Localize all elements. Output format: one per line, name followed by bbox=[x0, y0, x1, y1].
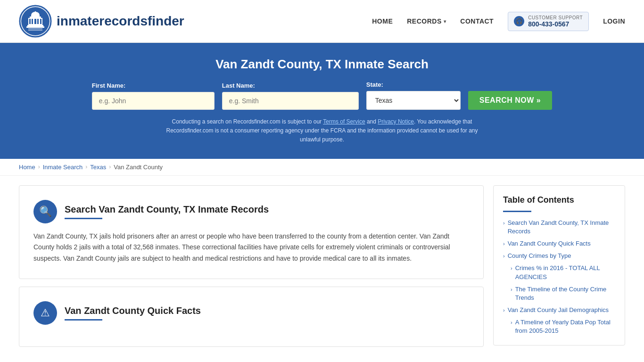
main-content: 🔍 Search Van Zandt County, TX Inmate Rec… bbox=[0, 176, 644, 362]
svg-rect-4 bbox=[30, 16, 41, 18]
breadcrumb: Home › Inmate Search › Texas › Van Zandt… bbox=[0, 159, 644, 176]
hero-section: Van Zandt County, TX Inmate Search First… bbox=[0, 43, 644, 159]
last-name-label: Last Name: bbox=[222, 82, 255, 89]
card-title-facts-wrapper: Van Zandt County Quick Facts bbox=[65, 305, 201, 321]
headset-icon: 🎧 bbox=[514, 16, 524, 26]
state-select[interactable]: Texas Alabama Alaska Arizona Arkansas Ca… bbox=[366, 91, 461, 110]
toc-item-6[interactable]: › A Timeline of Yearly Data Pop Total fr… bbox=[503, 318, 615, 335]
toc-item-4[interactable]: › The Timeline of the County Crime Trend… bbox=[503, 285, 615, 302]
warning-icon-circle: ⚠ bbox=[33, 301, 57, 325]
toc-item-label-0: Search Van Zandt County, TX Inmate Recor… bbox=[508, 219, 615, 236]
customer-support[interactable]: 🎧 CUSTOMER SUPPORT 800-433-0567 bbox=[508, 12, 589, 31]
logo-icon bbox=[19, 5, 52, 38]
toc-divider bbox=[503, 211, 531, 212]
toc-item-label-2: County Crimes by Type bbox=[508, 252, 571, 260]
toc-chevron-6: › bbox=[511, 319, 512, 326]
logo-text-normal: inmaterecords bbox=[57, 14, 148, 28]
header: inmaterecordsfinder HOME RECORDS ▾ CONTA… bbox=[0, 0, 644, 43]
svg-rect-14 bbox=[28, 28, 42, 29]
toc-item-0[interactable]: › Search Van Zandt County, TX Inmate Rec… bbox=[503, 219, 615, 236]
state-group: State: Texas Alabama Alaska Arizona Arka… bbox=[366, 81, 461, 110]
card-header-search: 🔍 Search Van Zandt County, TX Inmate Rec… bbox=[33, 200, 469, 223]
nav-home[interactable]: HOME bbox=[372, 17, 393, 25]
first-name-group: First Name: bbox=[92, 82, 215, 110]
svg-rect-7 bbox=[32, 19, 33, 24]
svg-rect-12 bbox=[26, 26, 44, 28]
state-label: State: bbox=[366, 81, 383, 88]
toc-chevron-1: › bbox=[503, 240, 505, 247]
breadcrumb-county: Van Zandt County bbox=[114, 164, 163, 171]
first-name-label: First Name: bbox=[92, 82, 126, 89]
nav-records[interactable]: RECORDS ▾ bbox=[407, 17, 446, 25]
nav-login[interactable]: LOGIN bbox=[603, 17, 625, 25]
section-quick-facts: ⚠ Van Zandt County Quick Facts bbox=[19, 287, 484, 347]
section-search-records: 🔍 Search Van Zandt County, TX Inmate Rec… bbox=[19, 185, 484, 279]
search-form: First Name: Last Name: State: Texas Alab… bbox=[19, 81, 625, 110]
card-title-facts: Van Zandt County Quick Facts bbox=[65, 305, 201, 316]
logo-text-bold: finder bbox=[148, 14, 184, 28]
search-button[interactable]: SEARCH NOW » bbox=[468, 91, 552, 110]
breadcrumb-texas[interactable]: Texas bbox=[90, 164, 106, 171]
tos-link[interactable]: Terms of Service bbox=[323, 118, 365, 125]
logo-text: inmaterecordsfinder bbox=[57, 14, 184, 29]
toc-chevron-4: › bbox=[511, 286, 512, 293]
records-chevron-icon: ▾ bbox=[444, 19, 446, 24]
toc-item-label-5: Van Zandt County Jail Demographics bbox=[508, 306, 609, 314]
card-title-underline-2 bbox=[65, 319, 102, 321]
support-label: CUSTOMER SUPPORT bbox=[528, 15, 583, 20]
left-column: 🔍 Search Van Zandt County, TX Inmate Rec… bbox=[19, 185, 484, 354]
svg-rect-3 bbox=[31, 15, 40, 16]
privacy-link[interactable]: Privacy Notice bbox=[378, 118, 414, 125]
svg-rect-10 bbox=[40, 19, 41, 24]
svg-rect-6 bbox=[29, 19, 31, 24]
toc-list: › Search Van Zandt County, TX Inmate Rec… bbox=[503, 219, 615, 336]
support-number: 800-433-0567 bbox=[528, 20, 583, 28]
toc-item-2[interactable]: › County Crimes by Type bbox=[503, 252, 615, 260]
search-icon-circle: 🔍 bbox=[33, 200, 57, 223]
toc-item-label-6: A Timeline of Yearly Data Pop Total from… bbox=[515, 318, 615, 335]
svg-rect-13 bbox=[35, 11, 36, 15]
toc-item-5[interactable]: › Van Zandt County Jail Demographics bbox=[503, 306, 615, 314]
first-name-input[interactable] bbox=[92, 92, 215, 110]
last-name-group: Last Name: bbox=[222, 82, 359, 110]
card-body-search: Van Zandt County, TX jails hold prisoner… bbox=[33, 231, 469, 264]
toc-item-label-3: Crimes % in 2016 - TOTAL ALL AGENCIES bbox=[515, 264, 615, 281]
main-nav: HOME RECORDS ▾ CONTACT 🎧 CUSTOMER SUPPOR… bbox=[372, 12, 625, 31]
toc-chevron-0: › bbox=[503, 220, 505, 227]
toc-item-3[interactable]: › Crimes % in 2016 - TOTAL ALL AGENCIES bbox=[503, 264, 615, 281]
breadcrumb-sep-2: › bbox=[85, 164, 87, 170]
toc-card: Table of Contents › Search Van Zandt Cou… bbox=[493, 185, 625, 346]
toc-title: Table of Contents bbox=[503, 195, 615, 205]
breadcrumb-inmate-search[interactable]: Inmate Search bbox=[43, 164, 83, 171]
breadcrumb-sep-1: › bbox=[38, 164, 40, 170]
nav-contact[interactable]: CONTACT bbox=[460, 17, 494, 25]
breadcrumb-home[interactable]: Home bbox=[19, 164, 35, 171]
logo[interactable]: inmaterecordsfinder bbox=[19, 5, 184, 38]
svg-rect-9 bbox=[37, 19, 39, 24]
nav-records-label: RECORDS bbox=[407, 17, 442, 25]
toc-chevron-3: › bbox=[511, 265, 512, 272]
toc-item-label-4: The Timeline of the County Crime Trends bbox=[515, 285, 615, 302]
support-text: CUSTOMER SUPPORT 800-433-0567 bbox=[528, 15, 583, 28]
breadcrumb-sep-3: › bbox=[109, 164, 111, 170]
card-title-underline-1 bbox=[65, 218, 102, 219]
card-title-search-wrapper: Search Van Zandt County, TX Inmate Recor… bbox=[65, 204, 269, 219]
svg-rect-8 bbox=[34, 19, 36, 24]
toc-chevron-2: › bbox=[503, 253, 505, 260]
card-header-facts: ⚠ Van Zandt County Quick Facts bbox=[33, 301, 469, 325]
right-sidebar: Table of Contents › Search Van Zandt Cou… bbox=[493, 185, 625, 354]
toc-item-1[interactable]: › Van Zandt County Quick Facts bbox=[503, 239, 615, 248]
toc-item-label-1: Van Zandt County Quick Facts bbox=[508, 239, 591, 248]
toc-chevron-5: › bbox=[503, 307, 505, 314]
hero-disclaimer: Conducting a search on Recordsfinder.com… bbox=[157, 117, 487, 145]
svg-rect-11 bbox=[27, 25, 43, 26]
svg-rect-15 bbox=[28, 30, 42, 31]
last-name-input[interactable] bbox=[222, 92, 359, 110]
card-title-search: Search Van Zandt County, TX Inmate Recor… bbox=[65, 204, 269, 215]
hero-title: Van Zandt County, TX Inmate Search bbox=[19, 57, 625, 72]
